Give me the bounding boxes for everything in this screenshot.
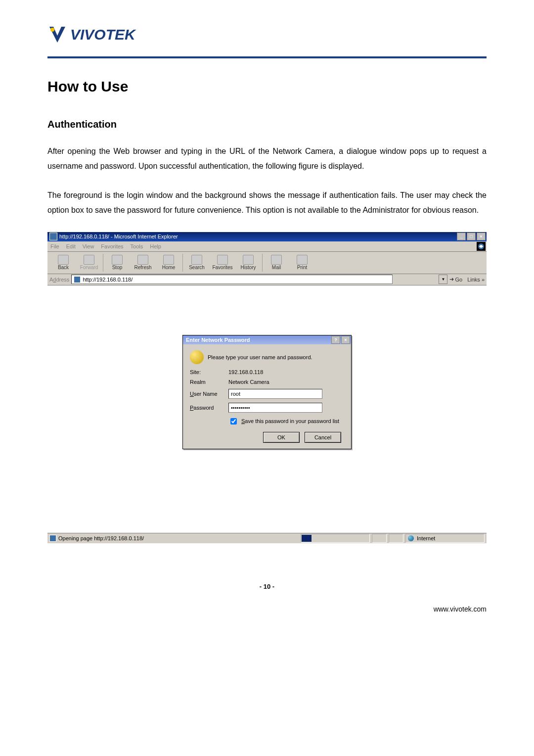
window-maximize-button[interactable]: □ bbox=[467, 233, 476, 240]
status-page-icon bbox=[49, 535, 56, 542]
username-input[interactable] bbox=[228, 389, 322, 399]
ie-title-icon bbox=[49, 233, 57, 240]
ie-menubar: File Edit View Favorites Tools Help bbox=[47, 241, 487, 252]
address-input[interactable]: http://192.168.0.118/ bbox=[71, 275, 393, 284]
key-icon bbox=[190, 350, 204, 364]
menu-edit[interactable]: Edit bbox=[66, 243, 76, 249]
toolbar-print-button[interactable]: Print bbox=[289, 253, 315, 273]
page-heading: How to Use bbox=[47, 78, 487, 95]
back-arrow-icon bbox=[58, 255, 69, 265]
status-segment bbox=[389, 534, 403, 543]
globe-icon bbox=[408, 535, 414, 541]
dialog-help-button[interactable]: ? bbox=[331, 336, 340, 344]
address-value: http://192.168.0.118/ bbox=[83, 277, 133, 283]
toolbar-search-button[interactable]: Search bbox=[184, 253, 210, 273]
embedded-screenshot: http://192.168.0.118/ - Microsoft Intern… bbox=[47, 232, 487, 543]
status-zone: Internet bbox=[405, 534, 485, 543]
status-text: Opening page http://192.168.0.118/ bbox=[58, 535, 144, 541]
page-number: - 10 - bbox=[47, 583, 487, 590]
save-password-checkbox[interactable] bbox=[230, 418, 237, 425]
history-icon bbox=[243, 255, 254, 265]
toolbar-history-button[interactable]: History bbox=[235, 253, 261, 273]
site-label: Site: bbox=[190, 369, 228, 375]
logo-text: VIVOTEK bbox=[70, 26, 135, 43]
dialog-close-button[interactable]: × bbox=[341, 336, 350, 344]
home-icon bbox=[163, 255, 174, 265]
header-divider bbox=[47, 56, 487, 58]
realm-label: Realm bbox=[190, 379, 228, 385]
section-heading: Authentication bbox=[47, 119, 487, 130]
logo-mark-icon bbox=[47, 25, 67, 45]
paragraph-2: The foreground is the login window and t… bbox=[47, 188, 487, 218]
status-progress bbox=[301, 534, 370, 543]
favorites-icon bbox=[217, 255, 228, 265]
ie-address-bar: Address http://192.168.0.118/ ▼ ➜ Go Lin… bbox=[47, 274, 487, 285]
dialog-prompt: Please type your user name and password. bbox=[208, 354, 312, 360]
ie-toolbar: Back Forward Stop Refresh Home Search Fa… bbox=[47, 252, 487, 274]
toolbar-forward-button[interactable]: Forward bbox=[76, 253, 102, 273]
toolbar-separator bbox=[262, 254, 263, 272]
stop-icon bbox=[112, 255, 123, 265]
ie-titlebar: http://192.168.0.118/ - Microsoft Intern… bbox=[47, 232, 487, 241]
password-input[interactable] bbox=[228, 403, 322, 413]
cancel-button[interactable]: Cancel bbox=[305, 432, 341, 443]
footer-url: www.vivotek.com bbox=[47, 605, 487, 613]
toolbar-refresh-button[interactable]: Refresh bbox=[130, 253, 156, 273]
menu-tools[interactable]: Tools bbox=[131, 243, 143, 249]
toolbar-stop-button[interactable]: Stop bbox=[104, 253, 130, 273]
username-label: User Name bbox=[190, 391, 228, 397]
ie-statusbar: Opening page http://192.168.0.118/ Inter… bbox=[47, 533, 487, 543]
refresh-icon bbox=[137, 255, 148, 265]
menu-favorites[interactable]: Favorites bbox=[101, 243, 123, 249]
logo: VIVOTEK bbox=[47, 25, 487, 45]
go-button[interactable]: ➜ Go bbox=[449, 276, 462, 283]
go-icon: ➜ bbox=[449, 276, 454, 283]
ie-window: http://192.168.0.118/ - Microsoft Intern… bbox=[47, 232, 487, 543]
toolbar-back-button[interactable]: Back bbox=[50, 253, 76, 273]
save-password-label: Save this password in your password list bbox=[241, 418, 339, 424]
toolbar-favorites-button[interactable]: Favorites bbox=[210, 253, 235, 273]
menu-file[interactable]: File bbox=[50, 243, 59, 249]
page-icon bbox=[74, 276, 81, 283]
links-button[interactable]: Links » bbox=[467, 277, 485, 283]
print-icon bbox=[297, 255, 308, 265]
menu-help[interactable]: Help bbox=[150, 243, 161, 249]
mail-icon bbox=[271, 255, 282, 265]
window-close-button[interactable]: × bbox=[477, 233, 486, 240]
toolbar-home-button[interactable]: Home bbox=[156, 253, 181, 273]
dialog-title-text: Enter Network Password bbox=[186, 337, 250, 343]
site-value: 192.168.0.118 bbox=[228, 369, 263, 375]
dialog-titlebar: Enter Network Password ? × bbox=[183, 335, 351, 344]
address-dropdown-button[interactable]: ▼ bbox=[439, 275, 447, 284]
ok-button[interactable]: OK bbox=[263, 432, 300, 443]
toolbar-separator bbox=[182, 254, 183, 272]
auth-dialog: Enter Network Password ? × Please type y… bbox=[182, 335, 352, 449]
toolbar-separator bbox=[103, 254, 103, 272]
realm-value: Network Camera bbox=[228, 379, 269, 385]
window-minimize-button[interactable]: _ bbox=[457, 233, 466, 240]
svg-point-0 bbox=[50, 28, 54, 32]
status-segment bbox=[372, 534, 387, 543]
ie-throbber-icon bbox=[477, 242, 486, 251]
toolbar-mail-button[interactable]: Mail bbox=[264, 253, 289, 273]
menu-view[interactable]: View bbox=[83, 243, 94, 249]
paragraph-1: After opening the Web browser and typing… bbox=[47, 144, 487, 174]
password-label: Password bbox=[190, 405, 228, 411]
forward-arrow-icon bbox=[84, 255, 94, 265]
zone-text: Internet bbox=[417, 535, 435, 541]
address-label: Address bbox=[49, 277, 69, 283]
ie-content-area: Enter Network Password ? × Please type y… bbox=[47, 285, 487, 533]
search-icon bbox=[191, 255, 202, 265]
ie-title-text: http://192.168.0.118/ - Microsoft Intern… bbox=[59, 234, 178, 239]
